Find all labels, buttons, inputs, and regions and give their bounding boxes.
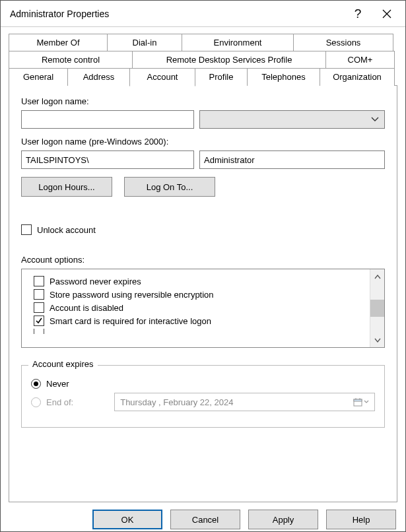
titlebar: Administrator Properties ?	[1, 1, 405, 27]
tab-panel-account: User logon name: User logon name (pre-Wi…	[9, 85, 397, 502]
checkbox-icon	[34, 302, 44, 313]
radio-icon	[31, 379, 41, 389]
scroll-down-icon[interactable]	[370, 333, 384, 347]
tab-remote-control[interactable]: Remote control	[9, 51, 133, 68]
option-password-never-expires[interactable]: Password never expires	[34, 276, 366, 286]
expires-end-of-radio[interactable]: End of: Thursday , February 22, 2024	[31, 393, 375, 411]
option-account-disabled[interactable]: Account is disabled	[34, 302, 366, 313]
tab-com-plus[interactable]: COM+	[325, 51, 395, 68]
account-options-label: Account options:	[21, 255, 385, 265]
help-button[interactable]: Help	[326, 510, 396, 529]
radio-icon	[31, 397, 41, 407]
content-area: Member Of Dial-in Environment Sessions R…	[1, 27, 405, 503]
checkbox-icon	[21, 224, 32, 235]
prewin-label: User logon name (pre-Windows 2000):	[21, 137, 385, 147]
logon-hours-button[interactable]: Logon Hours...	[21, 177, 112, 197]
scroll-thumb[interactable]	[370, 300, 384, 317]
apply-button[interactable]: Apply	[248, 510, 318, 529]
option-reversible-encryption[interactable]: Store password using reversible encrypti…	[34, 289, 366, 300]
tab-address[interactable]: Address	[67, 68, 130, 86]
calendar-dropdown-icon	[353, 397, 369, 407]
expires-date-picker[interactable]: Thursday , February 22, 2024	[114, 393, 375, 411]
tab-organization[interactable]: Organization	[320, 68, 395, 86]
svg-rect-1	[354, 399, 362, 401]
expires-date-value: Thursday , February 22, 2024	[120, 397, 233, 407]
ok-button[interactable]: OK	[92, 510, 162, 529]
prewin-domain-input[interactable]	[21, 150, 194, 169]
account-options-list: Password never expires Store password us…	[21, 269, 385, 348]
tab-rds-profile[interactable]: Remote Desktop Services Profile	[132, 51, 326, 68]
tab-member-of[interactable]: Member Of	[9, 34, 108, 51]
checkbox-icon	[34, 276, 44, 286]
expires-never-radio[interactable]: Never	[31, 379, 375, 389]
option-truncated[interactable]	[34, 329, 366, 334]
scroll-up-icon[interactable]	[370, 269, 384, 284]
calendar-icon	[353, 397, 362, 407]
checkbox-icon	[34, 316, 44, 326]
account-expires-legend: Account expires	[28, 359, 98, 369]
logon-name-label: User logon name:	[21, 96, 385, 106]
tab-environment[interactable]: Environment	[182, 34, 294, 51]
log-on-to-button[interactable]: Log On To...	[124, 177, 215, 197]
prewin-user-input[interactable]	[199, 150, 385, 169]
unlock-account-label: Unlock account	[37, 225, 96, 235]
logon-domain-combo[interactable]	[199, 110, 385, 129]
tab-sessions[interactable]: Sessions	[293, 34, 393, 51]
tab-strip: Member Of Dial-in Environment Sessions R…	[9, 34, 397, 86]
account-expires-group: Account expires Never End of: Thursday ,…	[21, 365, 385, 428]
help-titlebar-button[interactable]: ?	[343, 1, 372, 27]
dialog-footer: OK Cancel Apply Help	[1, 503, 405, 532]
tab-telephones[interactable]: Telephones	[247, 68, 320, 86]
dialog-window: Administrator Properties ? Member Of Dia…	[0, 0, 406, 532]
chevron-down-icon	[364, 400, 369, 404]
checkbox-icon	[34, 329, 44, 334]
cancel-button[interactable]: Cancel	[170, 510, 240, 529]
close-button[interactable]	[372, 1, 401, 27]
options-list-inner: Password never expires Store password us…	[22, 269, 370, 347]
close-icon	[382, 9, 391, 18]
chevron-down-icon	[371, 117, 379, 122]
tab-account[interactable]: Account	[129, 68, 195, 86]
tab-dial-in[interactable]: Dial-in	[107, 34, 182, 51]
tab-general[interactable]: General	[9, 68, 68, 86]
options-scrollbar[interactable]	[370, 269, 384, 347]
logon-name-input[interactable]	[21, 110, 194, 129]
unlock-account-checkbox[interactable]: Unlock account	[21, 224, 385, 235]
tab-profile[interactable]: Profile	[195, 68, 248, 86]
checkbox-icon	[34, 289, 44, 300]
question-icon: ?	[355, 7, 362, 21]
window-title: Administrator Properties	[10, 9, 343, 19]
option-smart-card-required[interactable]: Smart card is required for interactive l…	[34, 316, 366, 326]
